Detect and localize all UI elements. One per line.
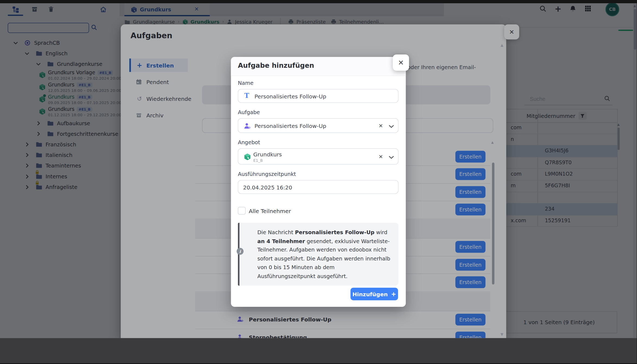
chevron-down-icon[interactable] xyxy=(389,156,394,159)
info-bold-message-name: Personalisiertes Follow-Up xyxy=(295,229,374,235)
info-icon: i xyxy=(237,248,244,255)
aufgabe-value: Personalisiertes Follow-Up xyxy=(255,123,326,129)
name-value: Personalisiertes Follow-Up xyxy=(255,93,326,99)
dialog-header: Aufgabe hinzufügen xyxy=(231,57,406,76)
alle-teilnehmer-label: Alle Teilnehmer xyxy=(249,208,291,214)
plus-icon: + xyxy=(391,290,396,298)
info-box: Die Nachricht Personalisiertes Follow-Up… xyxy=(238,223,398,286)
text-type-icon: T xyxy=(244,92,249,99)
clear-icon[interactable]: ✕ xyxy=(379,154,383,160)
top-dark-strip xyxy=(0,0,637,3)
aufgabe-hinzufuegen-dialog: Aufgabe hinzufügen Name T Personalisiert… xyxy=(231,57,406,307)
zeitpunkt-label: Ausführungszeitpunkt xyxy=(238,171,296,177)
chevron-down-icon[interactable] xyxy=(389,125,394,128)
aufgabe-select[interactable]: Personalisiertes Follow-Up ✕ xyxy=(238,118,398,133)
info-text: wird xyxy=(374,229,388,235)
dialog-title: Aufgabe hinzufügen xyxy=(238,62,314,69)
hinzufuegen-label: Hinzufügen xyxy=(353,291,388,297)
zeitpunkt-value: 20.04.2025 16:20 xyxy=(243,184,292,191)
angebot-sub: E1_B xyxy=(253,158,263,162)
app-stage: SprachCB Englisch Grundlagenkurse Grundk… xyxy=(0,0,637,364)
dialog-close-button[interactable]: ✕ xyxy=(393,54,409,71)
person-gear-icon xyxy=(244,123,251,130)
angebot-label: Angebot xyxy=(238,139,260,145)
aufgabe-label: Aufgabe xyxy=(238,109,260,115)
name-field[interactable]: T Personalisiertes Follow-Up xyxy=(238,89,398,103)
bottom-dark-strip xyxy=(0,338,637,364)
name-label: Name xyxy=(238,80,254,86)
info-bold-recipients: an 4 Teilnehmer xyxy=(257,238,305,244)
zeitpunkt-field[interactable]: 20.04.2025 16:20 xyxy=(238,180,398,194)
clear-icon[interactable]: ✕ xyxy=(379,123,383,129)
course-cube-icon xyxy=(244,153,251,160)
hinzufuegen-button[interactable]: Hinzufügen + xyxy=(350,288,398,300)
angebot-value: Grundkurs xyxy=(253,151,282,158)
angebot-select[interactable]: Grundkurs E1_B ✕ xyxy=(238,148,398,165)
alle-teilnehmer-checkbox[interactable] xyxy=(238,207,245,214)
info-text: Die Nachricht xyxy=(257,229,295,235)
